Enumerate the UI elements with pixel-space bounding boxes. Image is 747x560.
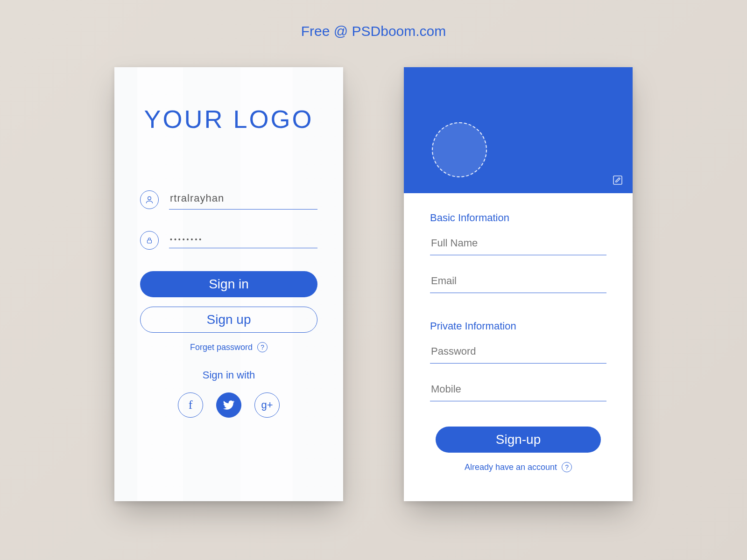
- private-info-heading: Private Information: [430, 320, 606, 332]
- signup-button[interactable]: Sign up: [140, 307, 317, 333]
- already-have-account-link[interactable]: Already have an account ?: [430, 462, 606, 472]
- forgot-password-link[interactable]: Forget password ?: [140, 342, 317, 352]
- signin-button[interactable]: Sign in: [140, 271, 317, 297]
- forgot-password-label: Forget password: [190, 343, 253, 352]
- help-icon: ?: [257, 342, 268, 352]
- password-row: [140, 231, 317, 250]
- twitter-button[interactable]: [216, 392, 241, 418]
- fullname-input[interactable]: [430, 233, 606, 255]
- username-row: [140, 189, 317, 210]
- already-have-account-label: Already have an account: [465, 462, 557, 472]
- svg-point-0: [148, 196, 151, 200]
- help-icon: ?: [562, 462, 572, 472]
- lock-icon: [140, 231, 159, 250]
- edit-cover-icon[interactable]: [612, 175, 624, 187]
- svg-rect-1: [148, 240, 152, 243]
- email-input[interactable]: [430, 271, 606, 293]
- user-icon: [140, 190, 159, 209]
- signup-password-input[interactable]: [430, 342, 606, 364]
- social-row: f g+: [140, 392, 317, 418]
- signin-with-label: Sign in with: [140, 369, 317, 381]
- submit-signup-button[interactable]: Sign-up: [436, 427, 601, 453]
- google-plus-button[interactable]: g+: [254, 392, 280, 418]
- basic-info-heading: Basic Information: [430, 212, 606, 224]
- password-input[interactable]: [169, 233, 317, 248]
- svg-rect-2: [613, 176, 622, 184]
- header-tagline: Free @ PSDboom.com: [0, 0, 747, 39]
- username-input[interactable]: [169, 189, 317, 210]
- twitter-icon: [223, 399, 235, 411]
- login-card: YOUR LOGO Sign in Sign up Forget passwor…: [114, 67, 343, 501]
- mobile-input[interactable]: [430, 379, 606, 401]
- signup-card: Basic Information Private Information Si…: [404, 67, 633, 501]
- facebook-button[interactable]: f: [178, 392, 203, 418]
- logo-text: YOUR LOGO: [140, 105, 317, 133]
- signup-hero: [404, 67, 633, 193]
- avatar-upload[interactable]: [432, 122, 487, 177]
